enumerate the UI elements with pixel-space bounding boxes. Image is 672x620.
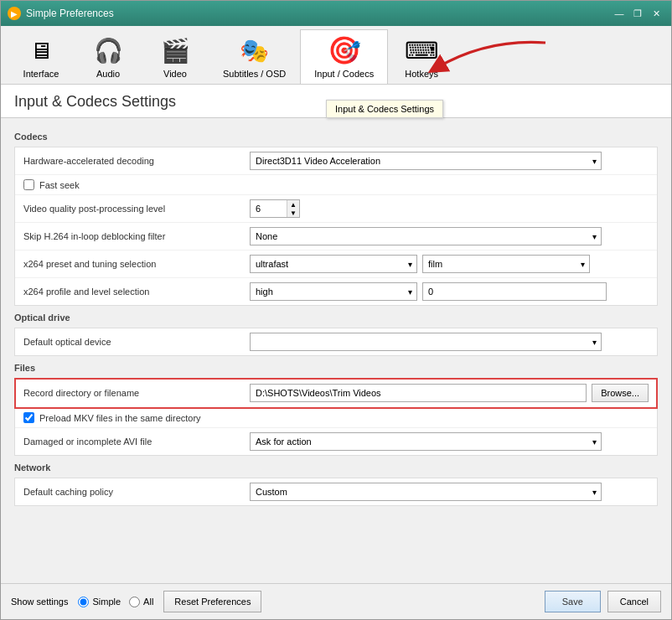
video-quality-label: Video quality post-processing level — [23, 204, 250, 214]
tab-interface-label: Interface — [23, 69, 59, 79]
optical-section-header: Optical drive — [14, 313, 658, 323]
x264-profile-label: x264 profile and level selection — [23, 287, 250, 297]
title-buttons: — ❐ ✕ — [611, 6, 664, 21]
browse-button[interactable]: Browse... — [592, 384, 649, 402]
skip-h264-control: None — [250, 227, 649, 245]
network-group: Default caching policy Custom — [14, 478, 658, 506]
subtitles-icon: 🎭 — [238, 34, 271, 67]
damaged-avi-control: Ask for action — [250, 432, 649, 451]
hw-decoding-label: Hardware-accelerated decoding — [23, 156, 250, 166]
window-title: Simple Preferences — [26, 8, 114, 19]
x264-preset-control: ultrafast film — [250, 255, 649, 273]
damaged-avi-row: Damaged or incomplete AVI file Ask for a… — [15, 428, 657, 455]
fast-seek-row: Fast seek — [15, 175, 657, 195]
x264-preset-row: x264 preset and tuning selection ultrafa… — [15, 251, 657, 278]
radio-all[interactable]: All — [129, 597, 153, 607]
title-bar: ▶ Simple Preferences — ❐ ✕ — [1, 1, 671, 26]
caching-policy-row: Default caching policy Custom — [15, 478, 657, 505]
damaged-avi-label: Damaged or incomplete AVI file — [23, 437, 250, 447]
title-bar-left: ▶ Simple Preferences — [8, 7, 114, 20]
audio-icon: 🎧 — [91, 34, 125, 67]
x264-preset-dropdown[interactable]: ultrafast — [250, 255, 417, 273]
tab-video[interactable]: 🎬 Video — [142, 29, 209, 84]
tab-audio[interactable]: 🎧 Audio — [75, 29, 142, 84]
video-icon: 🎬 — [158, 34, 192, 67]
tab-hotkeys[interactable]: ⌨ Hotkeys — [388, 29, 455, 84]
bottom-bar: Show settings Simple All Reset Preferenc… — [1, 583, 671, 619]
restore-button[interactable]: ❐ — [629, 6, 646, 21]
video-quality-control: 6 ▲ ▼ — [250, 199, 649, 218]
tab-input-label: Input / Codecs — [314, 69, 374, 79]
radio-simple-label: Simple — [92, 597, 121, 607]
video-quality-spinbox[interactable]: 6 ▲ ▼ — [250, 199, 300, 218]
skip-h264-dropdown[interactable]: None — [250, 227, 602, 245]
content-area: Codecs Hardware-accelerated decoding Dir… — [1, 118, 671, 583]
x264-profile-dropdown[interactable]: high — [250, 282, 417, 301]
optical-device-label: Default optical device — [23, 337, 250, 347]
hw-decoding-control: Direct3D11 Video Acceleration — [250, 152, 649, 170]
optical-device-row: Default optical device — [15, 328, 657, 355]
interface-icon: 🖥 — [24, 34, 58, 67]
input-icon: 🎯 — [328, 34, 361, 67]
caching-policy-control: Custom — [250, 483, 649, 501]
tooltip-popup: Input & Codecs Settings — [326, 100, 443, 118]
x264-profile-control: high — [250, 282, 649, 301]
radio-simple[interactable]: Simple — [78, 597, 121, 607]
files-section-header: Files — [14, 363, 658, 373]
preload-mkv-row: Preload MKV files in the same directory — [15, 408, 657, 428]
preload-mkv-checkbox[interactable] — [23, 412, 34, 423]
record-dir-input[interactable] — [250, 384, 587, 402]
tab-subtitles-label: Subtitles / OSD — [223, 69, 286, 79]
radio-all-input[interactable] — [129, 597, 140, 607]
spinbox-down-button[interactable]: ▼ — [287, 209, 299, 217]
codecs-section-header: Codecs — [14, 132, 658, 142]
fast-seek-label: Fast seek — [39, 180, 80, 190]
save-button[interactable]: Save — [545, 591, 601, 612]
minimize-button[interactable]: — — [611, 6, 628, 21]
tab-bar: 🖥 Interface 🎧 Audio 🎬 Video 🎭 Subtitles … — [1, 26, 671, 85]
files-group: Record directory or filename Browse... P… — [14, 378, 658, 456]
optical-device-dropdown[interactable] — [250, 333, 602, 351]
x264-tuning-dropdown[interactable]: film — [422, 255, 590, 273]
hw-decoding-dropdown[interactable]: Direct3D11 Video Acceleration — [250, 152, 602, 170]
spinbox-up-button[interactable]: ▲ — [287, 200, 299, 209]
tab-audio-label: Audio — [96, 69, 120, 79]
preload-mkv-label: Preload MKV files in the same directory — [39, 413, 201, 423]
x264-preset-label: x264 preset and tuning selection — [23, 259, 250, 269]
caching-policy-dropdown[interactable]: Custom — [250, 483, 602, 501]
reset-preferences-button[interactable]: Reset Preferences — [163, 591, 261, 612]
x264-level-input[interactable] — [422, 282, 607, 301]
radio-simple-input[interactable] — [78, 597, 89, 607]
hotkeys-icon: ⌨ — [405, 34, 438, 67]
x264-profile-row: x264 profile and level selection high — [15, 278, 657, 305]
tab-input[interactable]: 🎯 Input / Codecs — [300, 29, 388, 84]
show-settings-label: Show settings — [11, 597, 68, 607]
codecs-group: Hardware-accelerated decoding Direct3D11… — [14, 147, 658, 306]
optical-device-control — [250, 333, 649, 351]
caching-policy-label: Default caching policy — [23, 487, 250, 497]
record-dir-label: Record directory or filename — [23, 388, 250, 398]
radio-all-label: All — [143, 597, 153, 607]
tab-subtitles[interactable]: 🎭 Subtitles / OSD — [209, 29, 300, 84]
hw-decoding-row: Hardware-accelerated decoding Direct3D11… — [15, 147, 657, 175]
video-quality-row: Video quality post-processing level 6 ▲ … — [15, 195, 657, 223]
skip-h264-label: Skip H.264 in-loop deblocking filter — [23, 231, 250, 241]
fast-seek-checkbox[interactable] — [23, 179, 34, 190]
close-button[interactable]: ✕ — [648, 6, 664, 21]
tab-interface[interactable]: 🖥 Interface — [8, 29, 75, 84]
tab-video-label: Video — [163, 69, 187, 79]
cancel-button[interactable]: Cancel — [607, 591, 661, 612]
network-section-header: Network — [14, 462, 658, 473]
skip-h264-row: Skip H.264 in-loop deblocking filter Non… — [15, 223, 657, 251]
optical-group: Default optical device — [14, 328, 658, 356]
toolbar: 🖥 Interface 🎧 Audio 🎬 Video 🎭 Subtitles … — [1, 26, 671, 85]
tab-hotkeys-label: Hotkeys — [405, 69, 438, 79]
spinbox-arrows: ▲ ▼ — [287, 200, 299, 217]
main-window: ▶ Simple Preferences — ❐ ✕ 🖥 Interface 🎧… — [0, 0, 672, 620]
record-dir-row: Record directory or filename Browse... — [15, 379, 657, 408]
damaged-avi-dropdown[interactable]: Ask for action — [250, 432, 602, 451]
record-dir-control: Browse... — [250, 384, 649, 402]
radio-group: Simple All — [78, 597, 153, 607]
